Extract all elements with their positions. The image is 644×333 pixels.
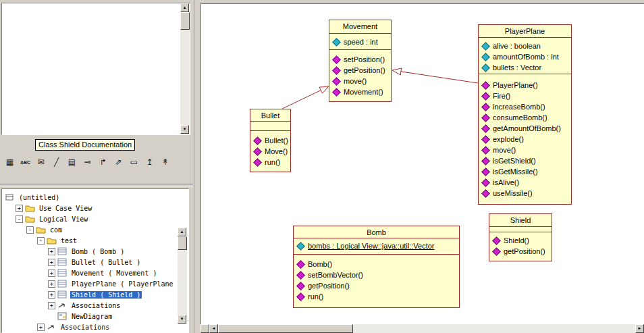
scrollbar-thumb[interactable] xyxy=(180,12,190,30)
expand-plus-icon[interactable] xyxy=(16,205,23,212)
tree-item-newdiagram[interactable]: NewDiagram xyxy=(2,311,188,322)
method-icon xyxy=(481,113,490,122)
tree-item-associations[interactable]: Associations xyxy=(2,300,188,311)
class-method: getAmountOfBomb() xyxy=(479,123,571,134)
diagonal-arrow-icon[interactable]: ⇗ xyxy=(111,155,126,169)
method-icon xyxy=(253,136,262,145)
scrollbar-thumb[interactable] xyxy=(178,236,187,250)
tree-item-associations-2[interactable]: Associations xyxy=(2,322,188,332)
tree-item-playerplane[interactable]: PlayerPlane ( PlayerPlane ) xyxy=(2,278,188,289)
class-attributes xyxy=(489,227,552,232)
scroll-down-icon[interactable]: ▼ xyxy=(180,125,189,134)
collapse-minus-icon[interactable] xyxy=(37,237,45,245)
class-title: PlayerPlane xyxy=(479,25,571,38)
class-diagram-canvas[interactable]: Movement speed : int setPosition() getPo… xyxy=(200,3,644,325)
scroll-up-icon[interactable]: ▲ xyxy=(180,3,189,12)
class-box-movement[interactable]: Movement speed : int setPosition() getPo… xyxy=(329,20,392,102)
class-attributes: speed : int xyxy=(329,34,391,50)
note-icon[interactable]: ✉ xyxy=(34,155,48,169)
class-method: PlayerPlane() xyxy=(479,80,571,91)
method-icon xyxy=(481,135,490,144)
vertical-splitter[interactable] xyxy=(194,0,194,333)
tree-item-bomb[interactable]: Bomb ( Bomb ) xyxy=(2,246,188,257)
expand-plus-icon[interactable] xyxy=(48,291,55,299)
attribute-icon xyxy=(481,42,490,51)
class-method: isGetShield() xyxy=(479,155,571,166)
expand-plus-icon[interactable] xyxy=(48,280,55,288)
expand-plus-icon[interactable] xyxy=(37,324,45,331)
container-icon[interactable]: ▭ xyxy=(127,155,141,169)
association-icon xyxy=(57,301,68,310)
scrollbar-track[interactable] xyxy=(218,324,635,333)
class-box-bomb[interactable]: Bomb bombs : Logical View::java::util::V… xyxy=(293,226,460,308)
method-icon xyxy=(296,271,305,280)
scroll-left-icon[interactable]: ◄ xyxy=(209,324,218,333)
tree-item-untitled[interactable]: (untitled) xyxy=(2,192,188,203)
class-attribute: speed : int xyxy=(329,36,391,47)
class-icon xyxy=(57,258,68,267)
scroll-up-icon[interactable]: ▲ xyxy=(178,228,186,236)
expand-plus-icon[interactable] xyxy=(48,259,55,266)
tree-item-shield[interactable]: Shield ( Shield ) xyxy=(2,289,188,300)
attribute-icon xyxy=(296,242,305,251)
scroll-right-icon[interactable]: ► xyxy=(635,324,644,333)
class-attribute: amountOfBomb : int xyxy=(479,51,571,62)
tree-vertical-scrollbar[interactable]: ▲ ▼ xyxy=(178,228,187,324)
class-box-shield[interactable]: Shield Shield() getPosition() xyxy=(489,213,552,261)
association-icon xyxy=(47,323,57,332)
class-method: move() xyxy=(329,76,391,86)
method-icon xyxy=(481,146,490,155)
method-icon xyxy=(332,88,341,97)
expand-plus-icon[interactable] xyxy=(48,270,55,277)
grid-icon[interactable]: ▦ xyxy=(3,155,17,169)
class-attributes: alive : boolean amountOfBomb : int bulle… xyxy=(479,38,571,74)
up-arrow-icon[interactable]: ↥ xyxy=(142,155,157,169)
class-attribute: bullets : Vector xyxy=(479,62,571,73)
class-title: Bomb xyxy=(294,226,459,238)
class-attributes xyxy=(250,122,290,131)
tree-item-com[interactable]: com xyxy=(2,224,188,235)
scroll-down-icon[interactable]: ▼ xyxy=(178,315,186,324)
method-icon xyxy=(253,147,262,156)
document-icon[interactable]: ▤ xyxy=(65,155,79,169)
tree-item-use-case-view[interactable]: Use Case View xyxy=(2,203,188,213)
class-icon xyxy=(57,269,68,278)
horizontal-splitter[interactable] xyxy=(0,184,193,186)
folder-icon xyxy=(25,204,36,213)
method-icon xyxy=(481,178,490,187)
documentation-vertical-scrollbar[interactable]: ▲ ▼ xyxy=(180,3,190,134)
attribute-icon xyxy=(481,63,490,72)
class-method: run() xyxy=(294,291,459,302)
spellcheck-icon[interactable]: ABC xyxy=(18,155,32,169)
class-method: Bomb() xyxy=(294,259,459,270)
canvas-horizontal-scrollbar[interactable]: ◄ ► xyxy=(209,324,644,333)
class-method: Movement() xyxy=(329,86,391,97)
pencil-icon[interactable]: ╱ xyxy=(49,155,63,169)
anchor-note-icon[interactable]: ⊸ xyxy=(80,155,95,169)
method-icon xyxy=(253,158,262,167)
collapse-minus-icon[interactable] xyxy=(16,215,23,223)
method-icon xyxy=(481,92,490,101)
tree-item-movement[interactable]: Movement ( Movement ) xyxy=(2,267,188,278)
documentation-panel[interactable] xyxy=(1,3,190,135)
corner-arrow-icon[interactable]: ↱ xyxy=(96,155,110,169)
class-method: consumeBomb() xyxy=(479,112,571,123)
tree-item-test[interactable]: test xyxy=(2,235,188,246)
promote-arrow-icon[interactable]: ↟ xyxy=(158,155,172,169)
documentation-tooltip: Class Shield Documentation xyxy=(35,139,135,151)
method-icon xyxy=(296,292,305,301)
method-icon xyxy=(492,247,501,256)
class-method: Fire() xyxy=(479,91,571,101)
class-box-bullet[interactable]: Bullet Bullet() Move() run() xyxy=(250,109,291,172)
class-method: Move() xyxy=(250,146,290,157)
expand-plus-icon[interactable] xyxy=(48,302,55,309)
scrollbar-track[interactable] xyxy=(178,236,187,315)
class-method: explode() xyxy=(479,134,571,145)
collapse-minus-icon[interactable] xyxy=(26,226,34,234)
expand-plus-icon[interactable] xyxy=(48,248,55,255)
scrollbar-track[interactable] xyxy=(180,12,190,125)
tree-item-logical-view[interactable]: Logical View xyxy=(2,213,188,224)
class-box-playerplane[interactable]: PlayerPlane alive : boolean amountOfBomb… xyxy=(478,24,572,205)
scrollbar-thumb[interactable] xyxy=(218,324,353,333)
tree-item-bullet[interactable]: Bullet ( Bullet ) xyxy=(2,257,188,267)
